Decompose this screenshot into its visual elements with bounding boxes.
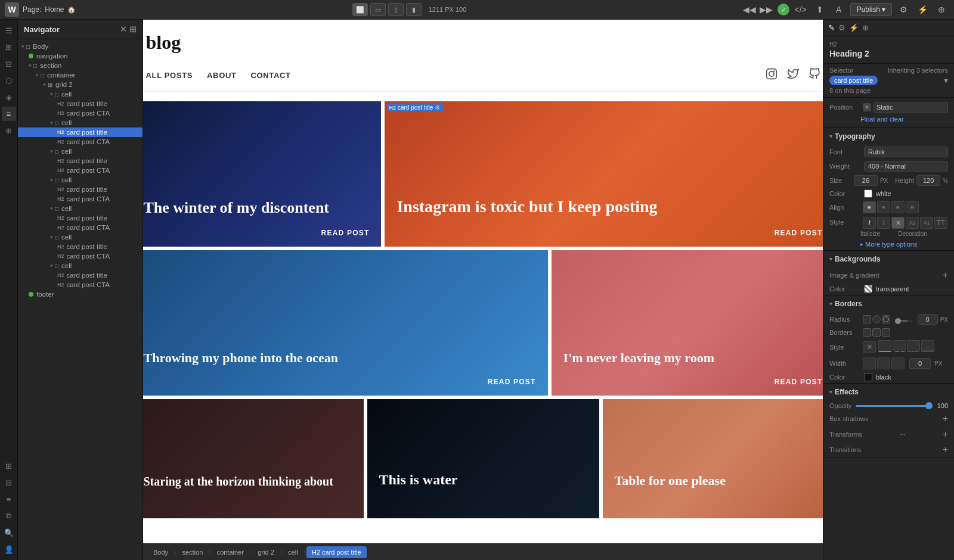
instagram-icon[interactable] [766,68,778,83]
grid-view-icon[interactable]: ⊞ [2,459,16,473]
superscript-button[interactable]: A1 [906,217,919,229]
align-center-button[interactable]: ≡ [877,201,890,213]
position-clear-button[interactable]: ✕ [863,103,871,111]
search-icon[interactable]: 🔍 [2,525,16,540]
tree-item-card-title-1[interactable]: H2 card post title [18,99,143,108]
tree-item-cell-5[interactable]: ▾ □ cell [18,204,143,213]
selector-dropdown-icon[interactable]: ▾ [944,76,948,85]
bc-body[interactable]: Body [148,546,174,558]
weight-select[interactable]: 400 · Normal 700 · Bold 300 · Light [864,161,948,172]
height-input[interactable] [916,175,940,186]
card-2-cta[interactable]: READ POST [775,229,823,237]
card-2[interactable]: H2 card post title ⚙ Instagram is toxic … [385,101,823,247]
opacity-slider[interactable] [856,405,933,407]
tree-item-card-title-6[interactable]: H2 card post title [18,242,143,251]
style-panel-icon[interactable]: ✎ [828,23,835,32]
tree-item-cell-1[interactable]: ▾ □ cell [18,89,143,99]
tree-item-cell-2[interactable]: ▾ □ cell [18,118,143,127]
effects-header[interactable]: ▾ Effects [823,384,954,400]
bg-color-swatch[interactable] [864,285,872,293]
italic-off-button[interactable]: I [877,217,890,229]
tree-item-cell-4[interactable]: ▾ □ cell [18,175,143,185]
border-width-input[interactable] [909,358,931,369]
align-right-button[interactable]: ≡ [891,201,905,213]
account-icon[interactable]: 👤 [2,542,16,556]
add-transform-button[interactable]: + [943,429,948,440]
radius-circle-icon[interactable] [872,315,881,323]
nav-link-all-posts[interactable]: ALL POSTS [146,71,193,80]
border-solid-button[interactable] [878,340,891,352]
subscript-button[interactable]: A1 [920,217,933,229]
breakpoints-icon[interactable]: ≡ [2,492,16,506]
card-1[interactable]: The winter of my discontent READ POST [143,101,381,247]
components-icon[interactable]: ⬡ [2,73,16,88]
tree-item-card-cta-6[interactable]: H2 card post CTA [18,251,143,261]
navigator-close-icon[interactable]: ✕ [120,24,127,34]
tree-item-card-title-2-selected[interactable]: H2 card post title [18,127,143,137]
tree-item-footer[interactable]: footer [18,290,143,299]
radius-slider-icon[interactable] [882,315,890,323]
tree-item-cell-7[interactable]: ▾ □ cell [18,261,143,270]
interactions-panel-icon[interactable]: ⚡ [849,23,859,32]
tree-item-card-cta-1[interactable]: H2 card post CTA [18,108,143,118]
border-top-icon[interactable] [872,328,881,337]
tree-item-card-cta-4[interactable]: H2 card post CTA [18,194,143,204]
backgrounds-header[interactable]: ▾ Backgrounds [823,251,954,267]
card-7[interactable]: Table for one please [603,399,823,518]
tree-item-card-title-5[interactable]: H2 card post title [18,213,143,223]
more-type-options-link[interactable]: ▸ More type options [823,239,954,250]
element-settings-icon[interactable]: ⚙ [435,104,440,111]
tree-item-card-cta-3[interactable]: H2 card post CTA [18,166,143,175]
tree-item-card-title-4[interactable]: H2 card post title [18,185,143,194]
size-input[interactable] [854,175,878,186]
radius-slider[interactable] [895,320,913,322]
float-clear-link[interactable]: Float and clear [823,114,954,125]
bc-cell[interactable]: cell [283,546,303,558]
add-background-button[interactable]: + [943,270,948,281]
bc-section[interactable]: section [176,546,208,558]
navigator-toggle-icon[interactable]: ☰ [2,23,16,38]
tree-item-card-title-7[interactable]: H2 card post title [18,270,143,280]
tree-item-cell-6[interactable]: ▾ □ cell [18,232,143,242]
border-width-top-icon[interactable] [877,357,890,369]
border-color-swatch[interactable] [864,373,872,381]
color-swatch[interactable] [864,189,872,198]
border-all-icon[interactable] [863,328,871,337]
tree-item-container[interactable]: ▾ □ container [18,70,143,80]
bc-card-post-title[interactable]: H2 card post title [306,546,367,558]
card-3-cta[interactable]: READ POST [488,378,536,386]
twitter-icon[interactable] [787,68,799,83]
card-4[interactable]: I'm never leaving my room READ POST [552,250,823,396]
add-box-shadow-button[interactable]: + [943,413,948,424]
tablet-portrait-icon[interactable]: ▯ [388,3,404,16]
border-dotted-button[interactable] [907,340,920,352]
tree-item-cell-3[interactable]: ▾ □ cell [18,147,143,156]
transforms-more-button[interactable]: ··· [899,430,905,438]
borders-header[interactable]: ▾ Borders [823,295,954,312]
more-icon[interactable]: ⊕ [934,2,949,17]
tree-item-grid2[interactable]: ▾ ⊞ grid 2 [18,80,143,89]
cms-icon[interactable]: ⊟ [2,57,16,71]
tree-item-card-cta-7[interactable]: H2 card post CTA [18,280,143,290]
pages-icon[interactable]: ⊞ [2,40,16,54]
card-1-cta[interactable]: READ POST [321,229,370,237]
font-select[interactable]: Rubik Inter Roboto [864,147,948,157]
settings-panel-icon[interactable]: ⚙ [838,23,845,32]
card-4-cta[interactable]: READ POST [775,378,823,386]
tree-item-card-cta-2[interactable]: H2 card post CTA [18,137,143,147]
preview-icon[interactable]: A [831,2,847,17]
mobile-icon[interactable]: ▮ [406,3,422,16]
redo-button[interactable]: ▶▶ [758,2,774,17]
selector-badge[interactable]: card post title [829,76,878,85]
desktop-icon[interactable]: ⬜ [352,3,368,16]
add-transition-button[interactable]: + [943,444,948,455]
border-width-all-icon[interactable] [863,357,876,369]
typography-header[interactable]: ▾ Typography [823,128,954,145]
assets-icon[interactable]: ◈ [2,90,16,104]
border-width-side-icon[interactable] [891,357,905,369]
border-dashed-button[interactable] [893,340,906,352]
style-x-button[interactable]: ✕ [891,217,905,229]
align-justify-button[interactable]: ≡ [906,201,919,213]
card-6[interactable]: This is water [367,399,599,518]
nav-link-about[interactable]: ABOUT [207,71,236,80]
